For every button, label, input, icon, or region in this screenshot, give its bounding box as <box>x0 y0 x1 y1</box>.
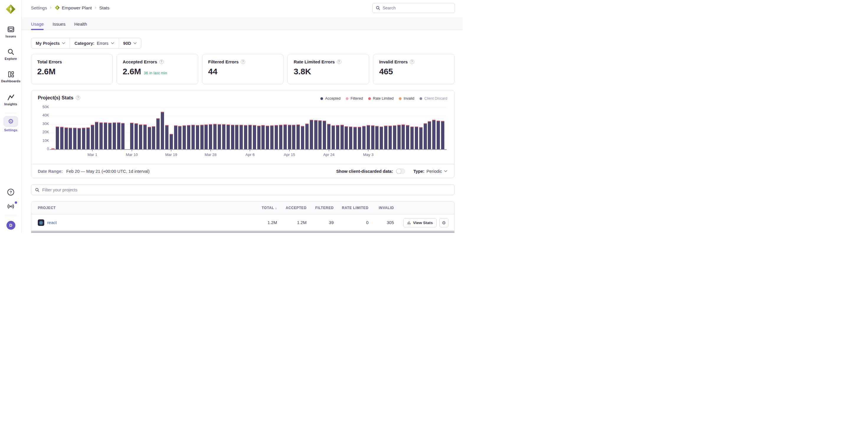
project-filter[interactable] <box>31 184 455 195</box>
help-icon[interactable]: ? <box>76 96 80 100</box>
chart-bar <box>161 112 164 149</box>
project-selector[interactable]: My Projects <box>31 38 70 48</box>
chart-bar <box>283 125 287 149</box>
user-menu[interactable]: D <box>0 221 22 230</box>
help-icon[interactable]: ? <box>410 60 414 64</box>
search-input[interactable] <box>383 6 452 10</box>
chart-legend: Accepted Filtered Rate Limited Invalid C… <box>320 96 447 101</box>
rate-limited-cap <box>240 125 243 125</box>
chart-bar <box>261 125 265 149</box>
chart-bar <box>288 125 291 149</box>
sidebar-item-settings[interactable]: ⚙ Settings <box>0 116 22 132</box>
breadcrumb-settings[interactable]: Settings <box>31 5 47 10</box>
help-icon[interactable]: ? <box>159 60 164 64</box>
rate-limited-cap <box>244 125 247 126</box>
rate-limited-cap <box>152 126 155 127</box>
help-icon[interactable]: ? <box>337 60 341 64</box>
tab-usage[interactable]: Usage <box>31 18 44 30</box>
chart-bar <box>314 120 317 149</box>
tab-issues[interactable]: Issues <box>53 18 65 30</box>
rate-limited-cap <box>169 134 173 134</box>
chart-bar <box>358 127 361 149</box>
view-stats-button[interactable]: View Stats <box>403 218 437 227</box>
chart-bar <box>87 127 90 149</box>
rate-limited-cap <box>371 125 374 126</box>
rate-limited-cap <box>402 125 405 125</box>
rate-limited-cap <box>393 125 396 126</box>
tab-health[interactable]: Health <box>74 18 87 30</box>
whats-new-button[interactable] <box>0 203 22 210</box>
chart-bar <box>205 125 208 149</box>
card-rate-limited-errors: Rate Limited Errors ? 3.8K <box>287 54 369 84</box>
legend-rate-limited[interactable]: Rate Limited <box>368 96 394 101</box>
col-accepted[interactable]: Accepted <box>277 206 307 210</box>
project-selector-label: My Projects <box>36 41 60 46</box>
project-link[interactable]: react <box>47 220 57 225</box>
rate-limited-cap <box>349 127 352 127</box>
chart-bar <box>196 125 199 149</box>
client-discard-toggle[interactable] <box>396 169 405 174</box>
chart-footer: Date Range: Feb 20 — May 21 (+00:00 UTC,… <box>31 164 454 178</box>
chart-bar <box>82 128 85 149</box>
chart-bar <box>441 121 444 149</box>
date-range-selector[interactable]: 90D <box>119 38 141 48</box>
chart-bar <box>437 121 440 149</box>
sidebar-item-explore[interactable]: Explore <box>0 48 22 61</box>
legend-invalid[interactable]: Invalid <box>399 96 414 101</box>
breadcrumb: Settings › Empower Plant › Stats <box>31 5 110 10</box>
category-selector[interactable]: Category: Errors <box>70 38 118 48</box>
rate-limited-cap <box>183 125 186 126</box>
table-header: Project Total↓ Accepted Filtered Rate Li… <box>31 201 454 214</box>
sidebar-item-issues[interactable]: Issues <box>0 26 22 38</box>
type-selector[interactable]: Type: Periodic <box>413 169 447 174</box>
col-filtered[interactable]: Filtered <box>307 206 334 210</box>
rate-limited-cap <box>266 126 269 126</box>
rate-limited-cap <box>419 127 423 128</box>
project-stats-panel: Project(s) Stats ? Accepted Filtered Rat… <box>31 90 455 178</box>
y-axis-label: 40K <box>34 113 49 117</box>
col-invalid[interactable]: Invalid <box>369 206 394 210</box>
row-actions: View Stats ⚙ <box>394 218 448 227</box>
sidebar: Issues Explore Dashboards Insights <box>0 0 22 233</box>
legend-accepted[interactable]: Accepted <box>320 96 340 101</box>
sidebar-item-insights[interactable]: Insights <box>0 94 22 106</box>
rate-limited-cap <box>235 125 238 125</box>
breadcrumb-organization[interactable]: Empower Plant <box>55 5 92 10</box>
chart-bar <box>257 126 260 149</box>
x-tick-mark <box>210 150 211 151</box>
gear-icon: ⚙ <box>8 118 14 125</box>
sidebar-divider <box>5 113 17 113</box>
rate-limited-cap <box>113 122 116 123</box>
rate-limited-cap <box>415 127 418 127</box>
app-logo-icon[interactable] <box>5 4 16 14</box>
project-filter-input[interactable] <box>42 188 451 192</box>
x-axis-label: Mar 19 <box>165 153 177 157</box>
chart-bar <box>297 125 300 149</box>
sidebar-item-dashboards[interactable]: Dashboards <box>0 71 22 83</box>
table-row: react 1.2M 1.2M 39 0 305 View Stats ⚙ <box>31 214 454 231</box>
chart-bar <box>144 125 147 149</box>
rate-limited-cap <box>156 118 160 119</box>
legend-filtered[interactable]: Filtered <box>346 96 363 101</box>
legend-client-discard[interactable]: Client Discard <box>420 96 447 101</box>
table-scroll-cut <box>31 230 454 233</box>
col-rate-limited[interactable]: Rate Limited <box>334 206 369 210</box>
help-icon[interactable]: ? <box>241 60 245 64</box>
project-settings-button[interactable]: ⚙ <box>439 218 448 227</box>
rate-limited-cap <box>292 125 295 125</box>
rate-limited-cap <box>82 128 85 128</box>
rate-limited-cap <box>178 126 181 127</box>
line-chart-icon <box>7 94 15 101</box>
chart-bar <box>419 127 423 149</box>
notification-dot <box>15 201 17 204</box>
avatar[interactable]: D <box>6 221 16 230</box>
help-button[interactable]: ? <box>0 189 22 196</box>
x-tick-mark <box>250 150 250 151</box>
chart-bar <box>104 122 107 149</box>
chart-bar <box>65 127 68 149</box>
x-axis-label: Mar 10 <box>126 153 137 157</box>
rate-limited-cap <box>275 125 278 126</box>
chevron-down-icon <box>111 42 114 44</box>
global-search[interactable] <box>372 3 455 13</box>
col-total[interactable]: Total↓ <box>250 205 277 210</box>
